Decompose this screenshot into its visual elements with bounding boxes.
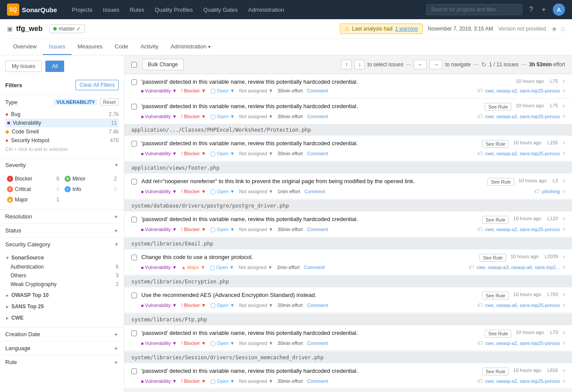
issue-assignee-9[interactable]: Not assigned ▼ [239,341,273,346]
issue-comment-1[interactable]: Comment [307,88,328,93]
issue-tag-value-7[interactable]: cwe, owasp-a3, owasp-a6, sans-top2... [476,265,560,270]
issue-assignee-1[interactable]: Not assigned ▼ [239,88,273,93]
issue-checkbox-1[interactable] [131,79,137,85]
weak-crypto-item[interactable]: Weak Cryptography 2 [5,280,119,289]
cwe-header[interactable]: ► CWE [5,313,119,323]
type-vulnerability[interactable]: ■ Vulnerability 11 [5,119,119,127]
issue-comment-5[interactable]: Comment [305,189,325,194]
severity-major[interactable]: ▲ Major 1 [5,195,61,204]
issue-severity-3[interactable]: !Blocker ▼ [181,151,206,156]
issue-title-2[interactable]: 'password' detected in this variable nam… [141,103,480,109]
issue-assignee-6[interactable]: Not assigned ▼ [239,227,273,232]
issue-title-7[interactable]: Change this code to use a stronger proto… [141,254,475,260]
issue-type-6[interactable]: ■Vulnerability ▼ [141,227,177,232]
home-icon[interactable]: ⌂ [561,25,565,33]
see-rule-button-2[interactable]: See Rule [485,103,511,111]
issue-type-5[interactable]: ■Vulnerability ▼ [141,189,177,194]
issue-assignee-3[interactable]: Not assigned ▼ [239,151,273,156]
issue-assignee-2[interactable]: Not assigned ▼ [239,114,273,119]
tag-filter-icon-5[interactable]: ▿ [562,188,565,194]
issue-severity-7[interactable]: ▲Major ▼ [181,265,205,270]
issue-comment-10[interactable]: Comment [307,378,328,384]
nav-measures[interactable]: Measures [72,39,109,55]
issue-type-9[interactable]: ■Vulnerability ▼ [141,341,177,346]
nav-overview[interactable]: Overview [7,39,43,55]
issue-status-7[interactable]: ◯Open ▼ [210,265,234,270]
tag-filter-icon-9[interactable]: ▿ [562,340,565,346]
select-all-checkbox[interactable] [131,62,137,68]
logo[interactable]: SQ SonarQube [7,3,57,16]
issue-tag-value-2[interactable]: cwe, owasp-a2, sans-top25-porous [485,114,560,119]
issue-type-8[interactable]: ■Vulnerability ▼ [141,303,177,308]
refresh-icon[interactable]: ↻ [481,61,486,68]
see-rule-button-3[interactable]: See Rule [482,140,509,148]
issue-title-9[interactable]: 'password' detected in this variable nam… [141,330,480,336]
severity-info[interactable]: i Info 0 [63,185,119,194]
issue-checkbox-7[interactable] [131,255,137,260]
issue-severity-5[interactable]: !Blocker ▼ [181,189,206,194]
issue-tag-value-6[interactable]: cwe, owasp-a2, sans-top25-porous [485,227,560,232]
issue-filter-icon-2[interactable]: ▿ [562,103,565,109]
nav-issues[interactable]: Issues [99,4,124,16]
issue-status-3[interactable]: ◯Open ▼ [210,151,235,157]
project-name[interactable]: tfg_web [16,25,42,33]
see-rule-button-5[interactable]: See Rule [487,178,514,186]
issue-assignee-5[interactable]: Not assigned ▼ [239,189,273,194]
see-rule-button-6[interactable]: See Rule [482,216,509,224]
add-icon[interactable]: + [540,4,548,15]
issue-type-1[interactable]: ■Vulnerability ▼ [141,88,177,93]
issue-title-8[interactable]: Use the recommended AES (Advanced Encryp… [141,292,478,298]
issue-title-5[interactable]: Add rel="noopener noreferrer" to this li… [141,178,483,184]
issue-checkbox-3[interactable] [131,141,137,147]
nav-code[interactable]: Code [109,39,134,55]
issue-severity-8[interactable]: !Blocker ▼ [181,303,206,308]
my-issues-button[interactable]: My Issues [5,61,42,72]
issue-checkbox-5[interactable] [131,179,137,184]
issue-tag-value-5[interactable]: phishing [542,189,560,194]
type-reset-button[interactable]: Reset [100,99,119,106]
issue-status-6[interactable]: ◯Open ▼ [210,227,235,232]
see-rule-button-10[interactable]: See Rule [482,368,509,375]
issue-checkbox-8[interactable] [131,293,137,298]
issue-type-7[interactable]: ■Vulnerability ▼ [141,265,177,270]
tag-filter-icon-7[interactable]: ▿ [562,264,565,270]
issue-title-1[interactable]: 'password' detected in this variable nam… [141,78,511,85]
issue-filter-icon-10[interactable]: ▿ [562,368,565,374]
tag-filter-icon-2[interactable]: ▿ [562,113,565,119]
others-item[interactable]: Others 3 [5,271,119,280]
search-input[interactable] [426,4,522,15]
issue-filter-icon-1[interactable]: ▿ [562,78,565,85]
issue-title-10[interactable]: 'password' detected in this variable nam… [141,368,478,374]
issue-severity-2[interactable]: !Blocker ▼ [181,114,206,119]
issue-status-9[interactable]: ◯Open ▼ [210,341,235,346]
clear-filters-button[interactable]: Clear All Filters [75,80,119,90]
type-hotspot[interactable]: ● Security Hotspot 470 [5,136,119,145]
issue-checkbox-2[interactable] [131,104,137,109]
issue-status-1[interactable]: ◯Open ▼ [210,88,235,94]
issue-filter-icon-3[interactable]: ▿ [562,140,565,146]
issue-tag-value-3[interactable]: cwe, owasp-a2, sans-top25-porous [485,151,560,156]
see-rule-button-8[interactable]: See Rule [482,292,509,300]
sonarsource-header[interactable]: ▼ SonarSource [5,253,119,262]
status-filter-header[interactable]: Status ► [0,224,124,237]
issue-tag-value-10[interactable]: cwe, owasp-a2, sans-top25-porous [485,378,560,384]
issue-status-2[interactable]: ◯Open ▼ [210,114,235,119]
tag-filter-icon-1[interactable]: ▿ [562,88,565,94]
nav-next-button[interactable]: → [429,60,442,69]
nav-administration[interactable]: Administration [244,4,288,16]
issue-type-10[interactable]: ■Vulnerability ▼ [141,378,177,384]
issue-tag-value-8[interactable]: cwe, owasp-a6, sans-top25-porous [485,303,560,308]
nav-rules[interactable]: Rules [125,4,148,16]
issue-filter-icon-6[interactable]: ▿ [562,216,565,222]
issue-comment-6[interactable]: Comment [307,227,328,232]
sort-down-button[interactable]: ↓ [354,60,365,69]
nav-activity[interactable]: Activity [134,39,164,55]
issue-status-8[interactable]: ◯Open ▼ [210,303,235,308]
issue-assignee-7[interactable]: Not assigned ▼ [239,265,273,270]
warning-link[interactable]: 1 warning [395,26,418,32]
help-icon[interactable]: ? [527,4,535,15]
see-rule-button-7[interactable]: See Rule [480,254,506,262]
issue-filter-icon-7[interactable]: ▿ [562,254,565,260]
issue-checkbox-9[interactable] [131,331,137,336]
severity-critical[interactable]: !! Critical 0 [5,185,61,194]
